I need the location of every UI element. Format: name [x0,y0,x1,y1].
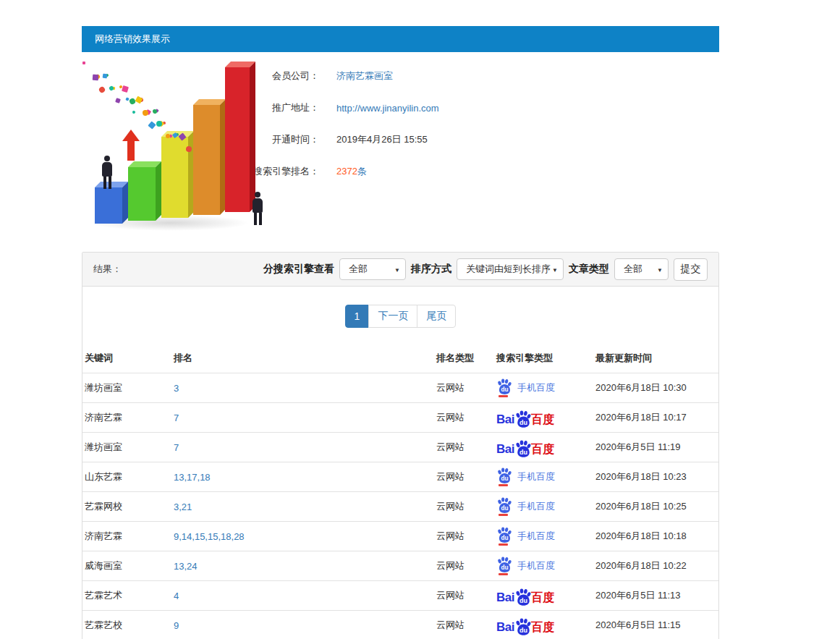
table-row: 济南艺霖 9,14,15,15,18,28 云网站 du [82,522,718,551]
updated-cell: 2020年6月18日 10:18 [593,522,718,551]
baidu-paw-icon: du [496,467,512,486]
baidu-underline-decoration [499,573,508,575]
baidu-logo[interactable]: Bai du 百度 [496,616,554,635]
engine-filter-select[interactable]: 全部 ▼ [339,258,406,280]
info-row-open-time: 开通时间： 2019年4月26日 15:55 [253,133,439,146]
engine-cell: du 手机百度 Bai du 百 [494,581,593,611]
rank-link[interactable]: 9,14,15,15,18,28 [174,531,245,542]
results-table-header-row: 关键词 排名 排名类型 搜索引擎类型 最新更新时间 [82,344,718,373]
promo-url-label: 推广地址： [253,101,319,114]
baidu-underline-decoration [499,395,508,397]
businessman-figure-right [250,192,266,225]
pagination: 1 下一页 尾页 [82,305,718,328]
rank-link[interactable]: 4 [174,591,179,601]
article-type-select[interactable]: 全部 ▼ [614,258,669,280]
rank-cell: 9,14,15,15,18,28 [171,522,434,551]
promo-url-link[interactable]: http://www.jinanyilin.com [336,103,439,114]
svg-text:du: du [519,597,527,604]
baidu-logo-bai-text: Bai [496,442,514,457]
baidu-paw-icon: du [496,497,512,516]
keyword-cell: 山东艺霖 [82,462,171,492]
rank-type-cell: 云网站 [434,433,494,462]
keyword-cell: 潍坊画室 [82,433,171,462]
mobile-baidu-logo[interactable]: du 手机百度 [496,467,555,486]
article-type-label: 文章类型 [569,263,609,276]
rank-link[interactable]: 13,17,18 [174,472,211,483]
open-time-label: 开通时间： [253,133,319,146]
keyword-cell: 潍坊画室 [82,373,171,403]
baidu-paw-icon: du [514,440,532,459]
column-header-engine-type: 搜索引擎类型 [494,344,593,373]
page-titlebar: 网络营销效果展示 [82,26,719,52]
sort-select[interactable]: 关键词由短到长排序 ▼ [457,258,564,280]
result-label: 结果： [93,263,122,276]
table-row: 潍坊画室 3 云网站 du [82,373,718,403]
rank-link[interactable]: 7 [174,412,179,423]
results-panel-heading: 结果： 分搜索引擎查看 全部 ▼ 排序方式 关键词由短到长排序 ▼ 文章类型 全… [82,253,718,287]
updated-cell: 2020年6月5日 11:19 [593,433,718,462]
results-panel-body: 1 下一页 尾页 关键词 排名 排名类型 搜索引擎类型 最新更新时间 潍坊画室 [82,305,718,639]
mobile-baidu-logo[interactable]: du 手机百度 [496,527,555,546]
rank-cell: 7 [171,403,434,433]
column-header-rank: 排名 [171,344,434,373]
engine-cell: du 手机百度 Bai du 百 [494,403,593,433]
baidu-paw-icon: du [514,410,532,429]
engine-rank-value: 2372条 [336,165,367,178]
results-table: 关键词 排名 排名类型 搜索引擎类型 最新更新时间 潍坊画室 3 云网站 [82,344,718,639]
column-header-keyword: 关键词 [82,344,171,373]
baidu-underline-decoration [499,543,508,546]
bar-chart-growth-illustration [85,65,253,235]
rank-cell: 7 [171,433,434,462]
sort-selected-value: 关键词由短到长排序 [466,263,551,276]
keyword-cell: 艺霖艺术 [82,581,171,611]
table-row: 潍坊画室 7 云网站 du [82,433,718,462]
svg-text:du: du [501,386,508,393]
engine-filter-label: 分搜索引擎查看 [263,263,334,276]
engine-cell: du 手机百度 Bai du 百 [494,492,593,522]
table-row: 艺霖艺校 9 云网站 du [82,611,718,639]
baidu-logo[interactable]: Bai du 百度 [496,586,554,605]
baidu-underline-decoration [499,484,508,486]
pagination-next-button[interactable]: 下一页 [368,305,417,328]
illustration-bar-yellow [161,137,188,218]
rank-type-cell: 云网站 [434,581,494,611]
pagination-page-1[interactable]: 1 [345,305,370,328]
page-container: 网络营销效果展示 会员公司： 济南艺霖画室 推广地址： [82,0,719,639]
illustration-bar-blue [95,187,122,224]
engine-rank-label: 搜索引擎排名： [253,165,319,178]
baidu-paw-icon: du [514,588,532,607]
illustration-bar-red [225,67,250,212]
chevron-down-icon: ▼ [394,267,400,274]
keyword-cell: 艺霖网校 [82,492,171,522]
rank-cell: 13,24 [171,551,434,581]
rank-link[interactable]: 13,24 [174,561,198,572]
mobile-baidu-logo[interactable]: du 手机百度 [496,378,555,397]
info-row-member-company: 会员公司： 济南艺霖画室 [253,69,439,82]
member-company-link[interactable]: 济南艺霖画室 [336,69,393,82]
engine-cell: du 手机百度 Bai du 百 [494,373,593,403]
rank-type-cell: 云网站 [434,611,494,639]
baidu-logo[interactable]: Bai du 百度 [496,438,554,457]
updated-cell: 2020年6月18日 10:17 [593,403,718,433]
baidu-underline-decoration [499,514,508,516]
pagination-last-button[interactable]: 尾页 [417,305,456,328]
rank-link[interactable]: 3,21 [174,502,192,512]
mobile-baidu-logo[interactable]: du 手机百度 [496,557,555,575]
rank-link[interactable]: 9 [174,620,179,631]
mobile-baidu-label: 手机百度 [517,559,555,572]
rank-link[interactable]: 7 [174,442,179,453]
up-arrow-icon [122,130,140,161]
illustration-bar-green [128,167,156,221]
baidu-logo-cn-text: 百度 [531,620,554,635]
submit-button[interactable]: 提交 [674,258,708,281]
engine-cell: du 手机百度 Bai du 百 [494,433,593,462]
baidu-logo[interactable]: Bai du 百度 [496,408,554,427]
updated-cell: 2020年6月18日 10:25 [593,492,718,522]
engine-cell: du 手机百度 Bai du 百 [494,611,593,639]
mobile-baidu-logo[interactable]: du 手机百度 [496,497,555,516]
open-time-value: 2019年4月26日 15:55 [336,133,428,146]
column-header-rank-type: 排名类型 [434,344,494,373]
rank-cell: 13,17,18 [171,462,434,492]
rank-type-cell: 云网站 [434,403,494,433]
rank-link[interactable]: 3 [174,383,179,394]
